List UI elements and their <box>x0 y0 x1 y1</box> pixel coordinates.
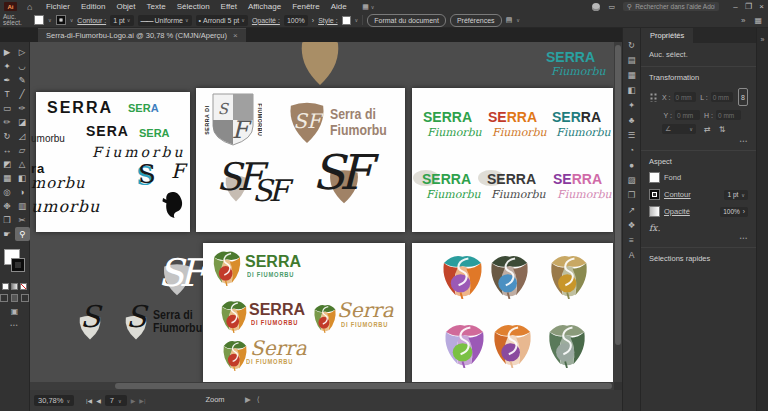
ab1-serra-black[interactable]: SERRA <box>47 100 113 116</box>
ab3-logo1-script[interactable]: Fiumorbu <box>427 127 482 138</box>
next-artboard-icon[interactable]: ▶ <box>131 397 136 404</box>
horizontal-scrollbar[interactable] <box>30 382 614 390</box>
pen-tool[interactable]: ✒ <box>0 73 15 87</box>
ab4-logo4-emblem[interactable] <box>222 339 248 371</box>
ab3-logo5-script[interactable]: Fiumorbu <box>491 189 546 200</box>
tab-proprietes[interactable]: Propriétés <box>641 28 693 43</box>
ab4-logo3-sub[interactable]: DI FIUMORBU <box>341 321 388 328</box>
x-field[interactable]: 0 mm <box>674 92 696 102</box>
ab5-emblem-2[interactable] <box>489 253 530 299</box>
menu-aide[interactable]: Aide <box>325 2 352 11</box>
ab1-fiumorbu-script[interactable]: Fiumorbu <box>92 145 186 159</box>
chevron-down-icon[interactable]: ∨ <box>48 17 52 23</box>
minimize-button[interactable]: – <box>729 2 742 11</box>
direct-selection-tool[interactable]: ▷ <box>15 45 30 59</box>
ab1-sera-green[interactable]: SERA <box>139 128 170 139</box>
rotate-view-icon[interactable]: ↻ <box>628 41 635 50</box>
dock-panels-icon[interactable]: » <box>741 16 745 25</box>
ab3-logo3-caps[interactable]: SERRA <box>552 110 601 124</box>
slice-tool[interactable]: ✂ <box>15 213 30 227</box>
ab5-emblem-4[interactable] <box>443 322 486 368</box>
scale-tool[interactable]: ◿ <box>15 129 30 143</box>
toolbar-more-icon[interactable]: ••• <box>0 322 29 328</box>
hand-tool[interactable]: ☛ <box>0 227 15 241</box>
ab3-logo3-script[interactable]: Fiumorbu <box>556 127 611 138</box>
home-icon[interactable]: ⌂ <box>27 2 32 12</box>
stroke-color-swatch[interactable] <box>56 15 66 25</box>
swatches-icon[interactable]: ▨ <box>627 176 635 185</box>
menu-fichier[interactable]: Fichier <box>40 2 75 11</box>
draw-behind-icon[interactable] <box>11 294 19 302</box>
app-icon-illustrator[interactable]: Ai <box>4 2 17 11</box>
canvas-surface[interactable]: SERRAFiumorbuSERRASERAumorbuSERASERAFium… <box>30 42 614 382</box>
height-field[interactable]: 0 mm <box>716 110 741 120</box>
align-icon[interactable]: ≡ <box>629 236 634 245</box>
reference-point-selector[interactable] <box>649 92 658 102</box>
paste-sf-white[interactable]: SF <box>158 254 200 292</box>
opacity-swatch-small[interactable] <box>649 206 660 217</box>
ab2-sf-monogram-2[interactable]: SF <box>252 176 285 206</box>
paintbrush-tool[interactable]: ✑ <box>15 101 30 115</box>
preferences-button[interactable]: Préférences <box>450 14 502 27</box>
ab3-logo2-script[interactable]: Fiumorbu <box>492 127 547 138</box>
previous-artboard-icon[interactable]: ◀ <box>96 397 101 404</box>
layers-icon[interactable]: ❐ <box>628 191 636 200</box>
transform-more-options[interactable]: ••• <box>649 138 748 144</box>
status-expand-icon[interactable]: ▶ <box>245 395 251 404</box>
ab3-logo5-caps[interactable]: SERRA <box>487 172 536 186</box>
close-tab-icon[interactable]: × <box>233 31 238 40</box>
ab1-umorbu-partial[interactable]: umorbu <box>31 134 65 144</box>
ab4-logo3-script[interactable]: Serra <box>337 300 394 320</box>
shape-builder-tool[interactable]: ◩ <box>0 157 15 171</box>
stroke-panel-link[interactable]: Contour : <box>77 17 106 24</box>
menu-fenetre[interactable]: Fenêtre <box>287 2 326 11</box>
close-button[interactable]: × <box>755 2 768 11</box>
stroke-profile-dropdown[interactable]: —— Uniforme ∨ <box>138 15 192 26</box>
opacity-expand-icon[interactable]: › <box>312 17 314 24</box>
blend-tool[interactable]: ◑ <box>15 185 30 199</box>
rotation-angle-dropdown[interactable]: ∠ ∨ <box>662 124 696 134</box>
stroke-link[interactable]: Contour <box>664 190 691 199</box>
ab4-logo4-sub[interactable]: DI FIUMORBU <box>246 358 293 365</box>
menu-icon[interactable]: ☰ <box>628 131 636 140</box>
ab2-fiumorbu-brown[interactable]: Fiumorbu <box>330 122 387 137</box>
stroke-width-field[interactable]: 1 pt ∨ <box>110 15 133 26</box>
ab3-logo2-caps[interactable]: SERRA <box>488 110 537 124</box>
color-chip[interactable] <box>2 283 9 290</box>
flip-vertical-icon[interactable]: ⇅ <box>719 125 726 134</box>
rotate-tool[interactable]: ↻ <box>0 129 15 143</box>
vertical-scroll-thumb[interactable] <box>615 45 621 345</box>
workspace-switcher[interactable]: ▦ ∨ <box>362 3 374 11</box>
ab3-logo4-script[interactable]: Fiumorbu <box>426 189 481 200</box>
vertical-scrollbar[interactable] <box>614 42 622 382</box>
ab4-logo2-caps[interactable]: SERRA <box>249 302 305 318</box>
ab1-sera-green-blue[interactable]: SERA <box>128 103 159 114</box>
gradient-tool[interactable]: ◧ <box>15 171 30 185</box>
paste-teal-serra[interactable]: SERRA <box>546 50 595 64</box>
rectangle-tool[interactable]: ▭ <box>0 101 15 115</box>
y-field[interactable]: 0 mm <box>675 110 700 120</box>
paste-teal-fiumorbu[interactable]: Fiumorbu <box>551 66 606 77</box>
aspect-more-options[interactable]: ••• <box>649 235 748 241</box>
first-artboard-icon[interactable]: |◀ <box>86 397 92 404</box>
effects-button[interactable]: fx. <box>649 223 748 233</box>
arrange-window-icon[interactable]: ▭ <box>608 3 615 11</box>
screen-mode-icon[interactable]: ▣ <box>0 307 29 316</box>
ab3-logo6-caps[interactable]: SERRA <box>553 172 602 186</box>
horizontal-scroll-thumb[interactable] <box>115 383 612 389</box>
constrain-proportions-icon[interactable]: 8 <box>738 88 748 106</box>
column-graph-tool[interactable]: ▥ <box>15 199 30 213</box>
artboards-icon[interactable]: ▤ <box>627 56 635 65</box>
chevron-down-icon[interactable]: ∨ <box>355 17 359 23</box>
menu-affichage[interactable]: Affichage <box>242 2 286 11</box>
profile-avatar[interactable] <box>592 3 600 11</box>
curvature-tool[interactable]: ✎ <box>15 73 30 87</box>
ab1-moor-head-silhouette[interactable] <box>162 191 184 219</box>
selection-tool[interactable]: ▶ <box>0 45 15 59</box>
none-chip[interactable] <box>20 283 27 290</box>
ab5-emblem-3[interactable] <box>549 253 589 299</box>
ab2-quartered-shield[interactable]: SERRA DI FIUMORBU S F <box>204 92 262 148</box>
menu-texte[interactable]: Texte <box>141 2 171 11</box>
flip-horizontal-icon[interactable]: ⇄ <box>704 125 711 134</box>
magic-wand-tool[interactable]: ✦ <box>0 59 15 73</box>
